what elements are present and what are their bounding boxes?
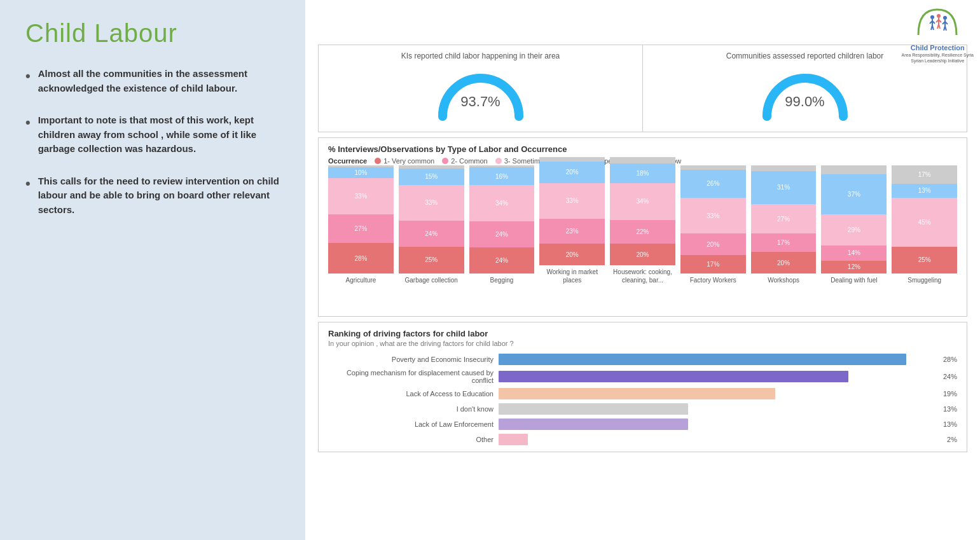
ranking-pct-label: 13%	[943, 420, 957, 428]
bar-segment: 33%	[680, 198, 746, 233]
logo-sub1: Area Responsibility, Resilience Syria	[902, 52, 974, 58]
bar-segment: 20%	[680, 233, 746, 255]
donut2-container: 99.0%	[761, 66, 850, 125]
bar-stack: 25%24%33%15%	[399, 165, 464, 273]
donut-row: KIs reported child labor happening in th…	[318, 45, 967, 132]
ranking-row: Lack of Access to Education19%	[328, 388, 957, 399]
donut1-title: KIs reported child labor happening in th…	[331, 52, 630, 60]
stacked-bars-container: 28%27%33%10%Agriculture25%24%33%15%Garba…	[328, 170, 957, 310]
legend-label: Occurrence	[328, 157, 367, 165]
bar-stack: 24%24%34%16%	[469, 165, 535, 273]
legend-item-2: 2- Common	[442, 157, 487, 165]
ranking-title: Ranking of driving factors for child lab…	[328, 329, 957, 338]
ranking-label: Lack of Law Enforcement	[328, 420, 493, 428]
ranking-bar	[499, 419, 688, 430]
bar-segment: 15%	[399, 169, 464, 185]
bar-xlabel: Working in market places	[539, 268, 605, 284]
logo-sub2: Syrian Leadership Initiative	[902, 58, 974, 64]
logo-svg	[912, 3, 963, 41]
ranking-bar	[499, 434, 528, 445]
svg-line-17	[945, 26, 946, 31]
bar-segment: 23%	[539, 219, 605, 244]
ranking-label: I don't know	[328, 405, 493, 413]
bar-col: 24%24%34%16%Begging	[469, 165, 535, 284]
bar-segment: 10%	[328, 167, 394, 178]
svg-point-6	[937, 14, 941, 18]
page-title: Child Labour	[25, 19, 286, 48]
bar-xlabel: Garbage collection	[404, 276, 457, 284]
ranking-pct-label: 19%	[943, 390, 957, 398]
ranking-bar-wrap	[499, 371, 935, 382]
bar-col: 28%27%33%10%Agriculture	[328, 165, 394, 284]
bar-segment	[539, 157, 605, 162]
ranking-bar	[499, 354, 906, 365]
bar-segment: 33%	[328, 178, 394, 214]
ranking-row: Poverty and Economic Insecurity28%	[328, 354, 957, 365]
ranking-label: Other	[328, 436, 493, 443]
bar-segment: 17%	[751, 233, 817, 252]
bullet-item-3: This calls for the need to review interv…	[25, 174, 286, 218]
bar-segment: 24%	[469, 221, 535, 247]
left-panel: Child Labour Almost all the communities …	[0, 0, 305, 540]
bar-segment: 20%	[539, 162, 605, 183]
bar-segment: 16%	[469, 167, 535, 184]
bar-segment	[680, 165, 746, 170]
legend-dot-3	[495, 158, 502, 164]
legend-dot-1	[375, 158, 381, 164]
donut1-container: 93.7%	[436, 66, 525, 125]
bar-segment	[821, 165, 887, 174]
ranking-section: Ranking of driving factors for child lab…	[318, 322, 967, 452]
bar-segment: 31%	[751, 171, 817, 205]
bar-segment: 18%	[610, 163, 675, 183]
bar-col: 17%20%33%26%Factory Workers	[680, 165, 746, 284]
bar-col: 20%17%27%31%Workshops	[751, 165, 817, 284]
logo-area: Child Protection Area Responsibility, Re…	[902, 3, 974, 64]
bar-segment: 12%	[821, 261, 887, 273]
bar-xlabel: Dealing with fuel	[831, 276, 877, 284]
bar-segment: 26%	[680, 170, 746, 198]
bar-segment: 27%	[328, 214, 394, 244]
donut2-value: 99.0%	[785, 93, 824, 110]
bar-segment: 33%	[399, 185, 464, 221]
bar-segment: 13%	[892, 184, 957, 198]
ranking-bar	[499, 388, 775, 399]
bar-stack: 25%45%13%17%	[892, 165, 957, 273]
bar-xlabel: Factory Workers	[690, 276, 736, 284]
donut1-value: 93.7%	[460, 93, 500, 110]
svg-point-0	[930, 15, 934, 19]
ranking-pct-label: 2%	[947, 436, 957, 443]
bar-segment: 34%	[469, 185, 535, 222]
bar-xlabel: Housework: cooking, cleaning, bar...	[610, 268, 675, 284]
bar-segment: 28%	[328, 243, 394, 273]
bar-stack: 20%23%33%20%	[539, 157, 605, 265]
bar-col: 25%24%33%15%Garbage collection	[399, 165, 464, 284]
legend-text-2: 2- Common	[451, 157, 487, 165]
svg-line-5	[932, 25, 934, 30]
bar-col: 20%23%33%20%Working in market places	[539, 157, 605, 284]
ranking-bar-wrap	[499, 434, 939, 445]
bar-segment: 20%	[751, 252, 817, 273]
bar-xlabel: Begging	[490, 276, 514, 284]
bar-section: % Interviews/Observations by Type of Lab…	[318, 137, 967, 317]
bullet-item-1: Almost all the communities in the assess…	[25, 67, 286, 95]
bar-xlabel: Agriculture	[345, 276, 376, 284]
ranking-label: Lack of Access to Education	[328, 390, 493, 398]
bar-stack: 12%14%29%37%	[821, 165, 887, 273]
bar-segment: 24%	[469, 247, 535, 273]
legend-text-1: 1- Very common	[383, 157, 434, 165]
ranking-pct-label: 24%	[943, 373, 957, 380]
ranking-bar	[499, 403, 688, 415]
bar-section-title: % Interviews/Observations by Type of Lab…	[328, 144, 957, 154]
svg-line-11	[939, 24, 940, 29]
ranking-bar-wrap	[499, 403, 935, 415]
bar-stack: 17%20%33%26%	[680, 165, 746, 273]
bar-segment	[751, 165, 817, 171]
bar-stack: 20%22%34%18%	[610, 157, 675, 265]
bullet-list: Almost all the communities in the assess…	[25, 67, 286, 217]
ranking-pct-label: 28%	[943, 356, 957, 363]
ranking-subtitle: In your opinion , what are the driving f…	[328, 340, 957, 347]
ranking-row: Coping mechanism for displacement caused…	[328, 369, 957, 384]
ranking-row: Lack of Law Enforcement13%	[328, 419, 957, 430]
ranking-bar-wrap	[499, 354, 935, 365]
ranking-label: Poverty and Economic Insecurity	[328, 356, 493, 363]
